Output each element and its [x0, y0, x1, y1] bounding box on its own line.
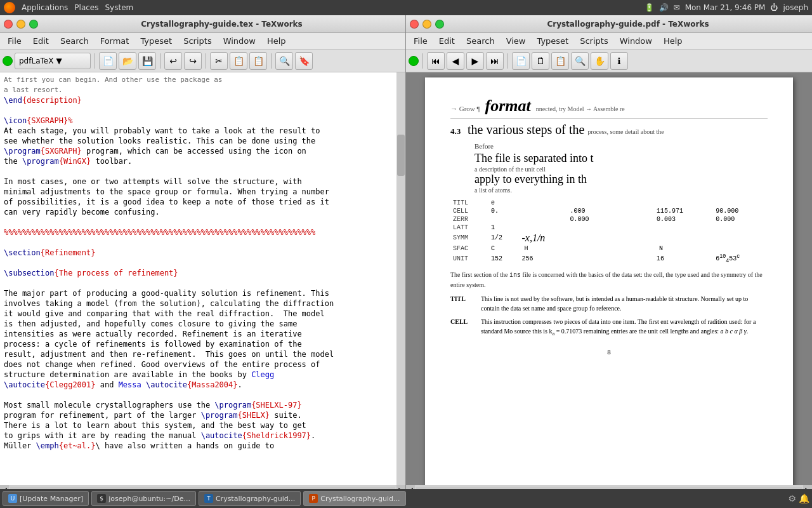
update-icon: U: [8, 494, 17, 503]
terminal-icon: $: [97, 494, 106, 503]
speaker-icon: 🔊: [659, 3, 669, 12]
copy-btn[interactable]: 📋: [230, 52, 247, 70]
pdf-first-page-btn[interactable]: ⏮: [427, 52, 445, 70]
left-min-btn[interactable]: [16, 20, 25, 29]
menu-window[interactable]: Window: [218, 35, 261, 47]
menu-typeset[interactable]: Typeset: [135, 35, 177, 47]
taskbar-item-update[interactable]: U [Update Manager]: [3, 491, 89, 506]
pdf-zoom-btn[interactable]: 🔍: [571, 52, 589, 70]
datetime: Mon Mar 21, 9:46 PM: [685, 3, 766, 12]
taskbar-item-terminal[interactable]: $ joseph@ubuntu:~/De...: [91, 491, 196, 506]
taskbar-label-tex: Crystallography-guid...: [216, 495, 295, 503]
menu-scripts[interactable]: Scripts: [178, 35, 216, 47]
pdf-single-btn[interactable]: 🗒: [532, 52, 549, 70]
pdf-run-btn[interactable]: [409, 56, 419, 66]
pdf-hand-btn[interactable]: ✋: [591, 52, 608, 70]
editor-line: %%%%%%%%%%%%%%%%%%%%%%%%%%%%%%%%%%%%%%%%…: [4, 227, 402, 237]
tag-btn[interactable]: 🔖: [295, 52, 313, 70]
pdf-menu-search[interactable]: Search: [461, 35, 500, 47]
pdf-icon: P: [309, 494, 318, 503]
pdf-next-page-btn[interactable]: ▶: [466, 52, 484, 70]
left-close-btn[interactable]: [4, 20, 13, 29]
pdf-menu-view[interactable]: View: [501, 35, 531, 47]
pdf-menu-file[interactable]: File: [409, 35, 433, 47]
right-max-btn[interactable]: [435, 20, 444, 29]
editor-line: the \program{WinGX} toolbar.: [4, 156, 402, 166]
save-btn[interactable]: 💾: [138, 52, 156, 70]
taskbar-item-pdf[interactable]: P Crystallography-guid...: [303, 491, 405, 506]
table-row: TITL e: [450, 199, 768, 207]
taskbar-label-terminal: joseph@ubuntu:~/De...: [108, 495, 190, 503]
editor-line: it would give and comparing that with th…: [4, 309, 402, 319]
pdf-last-page-btn[interactable]: ⏭: [486, 52, 504, 70]
editor-scrollbar-thumb[interactable]: [397, 135, 405, 176]
pdf-titl-text: This line is not used by the software, b…: [481, 294, 768, 313]
pdf-menu-window[interactable]: Window: [615, 35, 657, 47]
power-icon: ⏻: [770, 3, 778, 12]
pdf-menu-help[interactable]: Help: [658, 35, 688, 47]
left-title-bar: Crystallography-guide.tex - TeXworks: [0, 15, 405, 33]
open-btn[interactable]: 📂: [119, 52, 136, 70]
menu-file[interactable]: File: [3, 35, 27, 47]
editor-line: At each stage, you will probably want to…: [4, 126, 402, 136]
paste-btn[interactable]: 📋: [249, 52, 267, 70]
editor-line: Müller \emph{et~al.}\ have also written …: [4, 441, 402, 451]
pdf-info-btn[interactable]: ℹ: [610, 52, 628, 70]
redo-btn[interactable]: ↪: [184, 52, 202, 70]
system-menu[interactable]: System: [105, 3, 133, 12]
editor-area[interactable]: At first you can begin. And other use th…: [0, 72, 405, 485]
run-button[interactable]: [3, 56, 13, 66]
table-row: SFAC C H N: [450, 244, 768, 253]
menu-edit[interactable]: Edit: [28, 35, 54, 47]
left-max-btn[interactable]: [29, 20, 38, 29]
pdf-double-btn[interactable]: 📋: [551, 52, 569, 70]
right-close-btn[interactable]: [410, 20, 419, 29]
firefox-icon: [4, 2, 15, 13]
pdf-toolbar-sep1: [422, 53, 423, 69]
username: joseph: [783, 3, 808, 12]
taskbar-label-update: [Update Manager]: [20, 495, 83, 503]
editor-line: result, adjustment and then re-refinemen…: [4, 349, 402, 359]
undo-btn[interactable]: ↩: [164, 52, 182, 70]
editor-line: \icon{SXGRAPH}%: [4, 116, 402, 126]
section-num: 4.3: [450, 126, 461, 136]
editor-line: does not change when refined. Good overv…: [4, 359, 402, 370]
pdf-menu-typeset[interactable]: Typeset: [532, 35, 573, 47]
pdf-menu-edit[interactable]: Edit: [434, 35, 460, 47]
toolbar-sep-1: [95, 53, 95, 69]
editor-line: [4, 237, 402, 248]
battery-icon: 🔋: [645, 3, 654, 12]
menu-help[interactable]: Help: [262, 35, 291, 47]
search-btn[interactable]: 🔍: [275, 52, 293, 70]
cut-btn[interactable]: ✂: [210, 52, 228, 70]
editor-line: At first you can begin. And other use th…: [4, 75, 402, 85]
table-row: SYMM 1/2 -x,1/n: [450, 232, 768, 244]
table-row: CELL 0. .000 115.971 90.000: [450, 207, 768, 215]
pdf-header-arrow: → Grow ¶: [450, 105, 480, 112]
apps-menu[interactable]: Applications: [22, 3, 68, 12]
taskbar: U [Update Manager] $ joseph@ubuntu:~/De.…: [0, 489, 812, 508]
editor-line: to grips with it are by reading the manu…: [4, 431, 402, 441]
editor-line: intensities as were actually recorded. R…: [4, 329, 402, 339]
editor-line: is then adjusted, and hopefully comes cl…: [4, 319, 402, 329]
new-btn[interactable]: 📄: [99, 52, 117, 70]
tray-icon-2: 🔔: [799, 493, 809, 504]
editor-scrollbar-v[interactable]: [396, 72, 405, 485]
menu-search[interactable]: Search: [55, 35, 94, 47]
pdf-toolbar-sep2: [508, 53, 508, 69]
editor-line: [4, 278, 402, 288]
menu-format[interactable]: Format: [95, 35, 134, 47]
editor-line: \end{description}: [4, 95, 402, 105]
left-window-title: Crystallography-guide.tex - TeXworks: [42, 20, 402, 29]
typeset-dropdown[interactable]: pdfLaTeX ▼: [15, 53, 91, 69]
tray-icon-1: ⚙: [788, 493, 796, 504]
places-menu[interactable]: Places: [74, 3, 98, 12]
pdf-prev-page-btn[interactable]: ◀: [447, 52, 464, 70]
editor-line: \autocite{Clegg2001} and Messa \autocite…: [4, 380, 402, 390]
pdf-new-btn[interactable]: 📄: [512, 52, 530, 70]
taskbar-item-tex[interactable]: T Crystallography-guid...: [199, 491, 301, 506]
toolbar-sep-4: [271, 53, 272, 69]
typeset-dropdown-label: pdfLaTeX: [19, 57, 53, 65]
right-min-btn[interactable]: [422, 20, 431, 29]
pdf-menu-scripts[interactable]: Scripts: [575, 35, 613, 47]
